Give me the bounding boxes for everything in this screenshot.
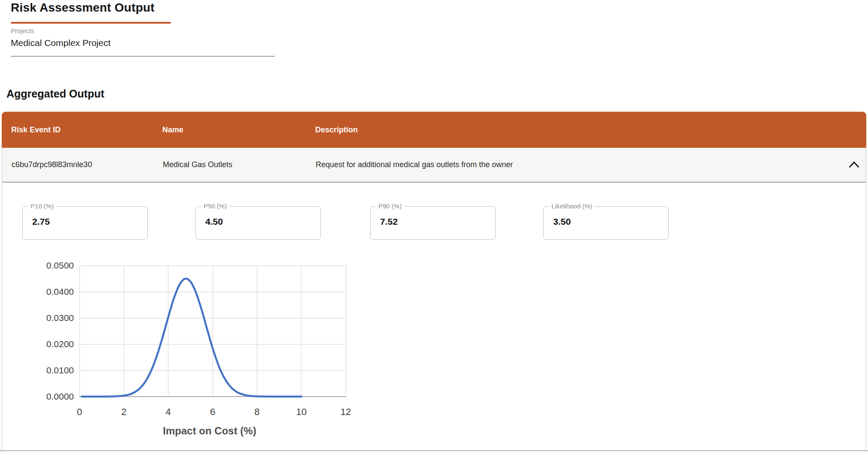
table-row[interactable]: c6bu7drpc98l83mnle30 Medical Gas Outlets… — [2, 148, 866, 183]
chart-y-tick-labels: 0.00000.01000.02000.03000.04000.0500 — [46, 260, 74, 401]
title-accent-bar — [11, 22, 171, 24]
header-cell-name: Name — [153, 125, 306, 134]
expanded-row-panel: P10 (%) 2.75 P50 (%) 4.50 P90 (%) 7.52 L… — [2, 183, 866, 451]
cell-description: Request for additional medical gas outle… — [306, 160, 866, 169]
svg-text:0.0500: 0.0500 — [46, 260, 74, 270]
p50-field[interactable]: P50 (%) 4.50 — [195, 206, 321, 240]
svg-text:0.0000: 0.0000 — [46, 391, 74, 401]
svg-text:0: 0 — [77, 406, 82, 417]
table-header-row: Risk Event ID Name Description — [2, 112, 866, 148]
svg-text:2: 2 — [121, 406, 126, 417]
p10-field[interactable]: P10 (%) 2.75 — [22, 206, 148, 240]
likelihood-field-label: Likelihood (%) — [549, 202, 595, 210]
page-title: Risk Assessment Output — [11, 1, 155, 15]
table-body: c6bu7drpc98l83mnle30 Medical Gas Outlets… — [2, 148, 866, 451]
risk-events-table: Risk Event ID Name Description c6bu7drpc… — [2, 112, 866, 451]
p10-field-label: P10 (%) — [28, 202, 56, 210]
p10-field-value: 2.75 — [32, 217, 50, 227]
projects-select[interactable]: Medical Complex Project — [11, 38, 110, 48]
impact-distribution-chart: 0.00000.01000.02000.03000.04000.05000246… — [26, 255, 369, 444]
header-cell-risk-event-id: Risk Event ID — [2, 125, 153, 134]
cell-name: Medical Gas Outlets — [153, 160, 306, 169]
projects-field-underline — [11, 56, 275, 57]
svg-text:0.0200: 0.0200 — [46, 339, 74, 349]
p90-field[interactable]: P90 (%) 7.52 — [370, 206, 496, 240]
chart-x-tick-labels: 024681012 — [77, 406, 351, 417]
chart-x-axis-title: Impact on Cost (%) — [163, 425, 256, 437]
svg-text:4: 4 — [166, 406, 171, 417]
svg-text:6: 6 — [210, 406, 215, 417]
svg-text:8: 8 — [254, 406, 259, 417]
svg-text:10: 10 — [296, 406, 306, 417]
likelihood-field-value: 3.50 — [553, 217, 571, 227]
chevron-up-icon[interactable] — [848, 160, 860, 169]
distribution-curve — [82, 279, 302, 397]
p90-field-label: P90 (%) — [376, 202, 404, 210]
p90-field-value: 7.52 — [380, 217, 398, 227]
svg-text:0.0300: 0.0300 — [46, 313, 74, 323]
likelihood-field[interactable]: Likelihood (%) 3.50 — [543, 206, 669, 240]
svg-text:0.0400: 0.0400 — [46, 287, 74, 296]
cell-risk-event-id: c6bu7drpc98l83mnle30 — [2, 160, 153, 169]
svg-text:0.0100: 0.0100 — [46, 365, 74, 375]
page-bottom-rule — [0, 450, 868, 451]
p50-field-label: P50 (%) — [201, 202, 229, 210]
projects-field-label: Projects — [11, 27, 34, 34]
p50-field-value: 4.50 — [205, 217, 223, 227]
svg-text:12: 12 — [341, 406, 351, 417]
header-cell-description: Description — [306, 125, 866, 134]
chart-gridlines — [79, 266, 346, 397]
aggregated-output-heading: Aggregated Output — [6, 88, 104, 100]
